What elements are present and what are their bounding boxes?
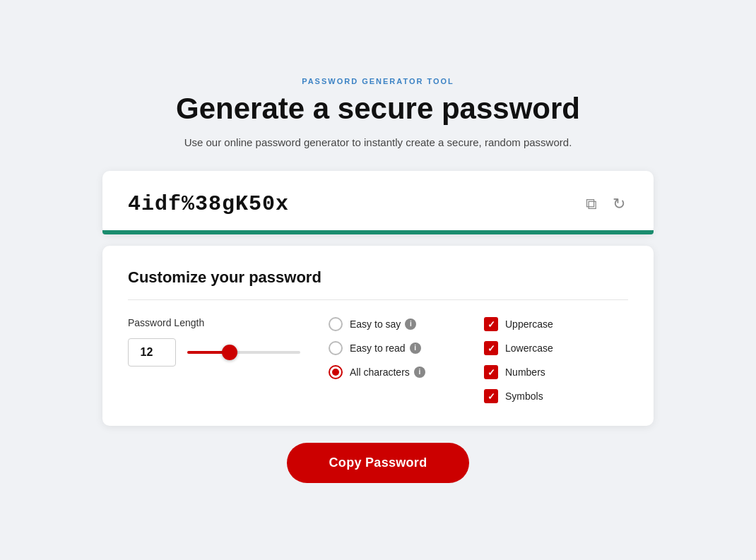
checkbox-symbols[interactable]: Symbols [484, 389, 553, 403]
checkbox-section: Uppercase Lowercase Numbers Symbols [484, 317, 553, 403]
customize-title: Customize your password [128, 268, 628, 300]
checkbox-lowercase-input[interactable] [484, 341, 498, 355]
strength-bar [102, 230, 654, 234]
length-slider[interactable] [187, 351, 300, 354]
customize-body: Password Length Easy to say i [128, 317, 628, 403]
length-label: Password Length [128, 317, 300, 328]
password-display-card: 4idf%38gK50x ⧉ ↻ [102, 171, 654, 234]
checkbox-numbers[interactable]: Numbers [484, 365, 553, 379]
radio-easy-to-read[interactable]: Easy to read i [329, 341, 456, 355]
length-input-row [128, 338, 300, 367]
copy-password-button[interactable]: Copy Password [287, 443, 470, 483]
checkbox-symbols-input[interactable] [484, 389, 498, 403]
char-type-section: Easy to say i Easy to read i All charact… [329, 317, 456, 379]
password-row: 4idf%38gK50x ⧉ ↻ [128, 192, 628, 216]
checkbox-numbers-label: Numbers [505, 367, 545, 378]
radio-easy-to-read-label: Easy to read i [350, 342, 421, 354]
easy-to-read-info-icon[interactable]: i [410, 342, 421, 354]
copy-icon: ⧉ [586, 196, 597, 212]
slider-wrapper [187, 351, 300, 354]
all-characters-info-icon[interactable]: i [414, 367, 425, 378]
radio-all-characters-input[interactable] [329, 365, 343, 379]
subtitle: Use our online password generator to ins… [176, 135, 580, 151]
radio-easy-to-say-input[interactable] [329, 317, 343, 331]
radio-all-characters[interactable]: All characters i [329, 365, 456, 379]
checkbox-uppercase[interactable]: Uppercase [484, 317, 553, 331]
checkbox-lowercase-label: Lowercase [505, 342, 553, 354]
refresh-icon-button[interactable]: ↻ [610, 193, 628, 215]
customize-card: Customize your password Password Length … [102, 246, 654, 426]
checkbox-symbols-label: Symbols [505, 391, 543, 402]
header: PASSWORD GENERATOR TOOL Generate a secur… [176, 77, 580, 151]
easy-to-say-info-icon[interactable]: i [405, 318, 416, 330]
length-section: Password Length [128, 317, 300, 367]
page-title: Generate a secure password [176, 93, 580, 125]
checkbox-uppercase-input[interactable] [484, 317, 498, 331]
refresh-icon: ↻ [613, 196, 625, 212]
radio-all-characters-label: All characters i [350, 367, 425, 378]
tool-label: PASSWORD GENERATOR TOOL [176, 77, 580, 85]
length-input[interactable] [128, 338, 176, 367]
copy-icon-button[interactable]: ⧉ [583, 193, 600, 215]
checkbox-lowercase[interactable]: Lowercase [484, 341, 553, 355]
page-wrapper: PASSWORD GENERATOR TOOL Generate a secur… [102, 77, 654, 483]
radio-easy-to-say-label: Easy to say i [350, 318, 416, 330]
password-action-icons: ⧉ ↻ [583, 193, 628, 215]
radio-easy-to-read-input[interactable] [329, 341, 343, 355]
radio-easy-to-say[interactable]: Easy to say i [329, 317, 456, 331]
checkbox-uppercase-label: Uppercase [505, 318, 553, 330]
checkbox-numbers-input[interactable] [484, 365, 498, 379]
generated-password: 4idf%38gK50x [128, 192, 289, 216]
